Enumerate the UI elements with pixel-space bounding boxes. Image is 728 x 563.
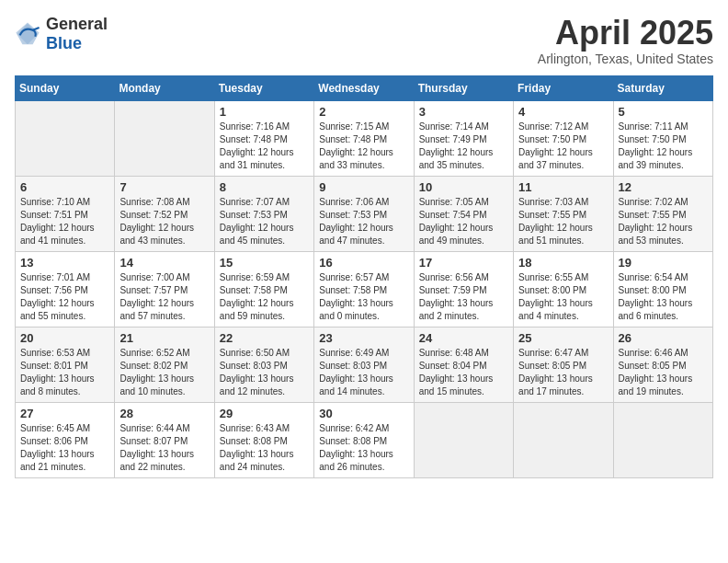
day-number: 2 [319, 105, 408, 119]
day-cell-2-5: 18 Sunrise: 6:55 AMSunset: 8:00 PMDaylig… [514, 251, 613, 327]
day-cell-3-6: 26 Sunrise: 6:46 AMSunset: 8:05 PMDaylig… [613, 327, 712, 402]
logo-icon [15, 21, 40, 47]
day-detail: Sunrise: 6:50 AMSunset: 8:03 PMDaylight:… [220, 348, 294, 396]
day-number: 3 [419, 105, 508, 119]
day-detail: Sunrise: 6:57 AMSunset: 7:58 PMDaylight:… [319, 272, 393, 321]
day-cell-4-4 [414, 402, 513, 477]
title-area: April 2025 Arlington, Texas, United Stat… [538, 15, 713, 66]
header-thursday: Thursday [414, 75, 513, 100]
day-cell-3-4: 24 Sunrise: 6:48 AMSunset: 8:04 PMDaylig… [414, 327, 513, 402]
day-detail: Sunrise: 7:01 AMSunset: 7:56 PMDaylight:… [20, 272, 95, 321]
day-detail: Sunrise: 6:48 AMSunset: 8:04 PMDaylight:… [419, 348, 494, 396]
day-detail: Sunrise: 7:08 AMSunset: 7:52 PMDaylight:… [119, 197, 194, 246]
day-number: 6 [20, 180, 109, 194]
day-detail: Sunrise: 6:45 AMSunset: 8:06 PMDaylight:… [20, 423, 95, 472]
logo-general: General [46, 15, 108, 33]
day-cell-2-6: 19 Sunrise: 6:54 AMSunset: 8:00 PMDaylig… [613, 251, 712, 327]
day-detail: Sunrise: 6:53 AMSunset: 8:01 PMDaylight:… [20, 348, 95, 396]
day-number: 13 [20, 256, 109, 270]
day-detail: Sunrise: 7:12 AMSunset: 7:50 PMDaylight:… [518, 121, 593, 170]
day-number: 16 [319, 256, 408, 270]
day-cell-0-2: 1 Sunrise: 7:16 AMSunset: 7:48 PMDayligh… [214, 100, 313, 176]
day-number: 24 [419, 331, 508, 345]
day-cell-3-5: 25 Sunrise: 6:47 AMSunset: 8:05 PMDaylig… [514, 327, 613, 402]
day-cell-3-0: 20 Sunrise: 6:53 AMSunset: 8:01 PMDaylig… [16, 327, 115, 402]
day-number: 11 [518, 180, 608, 194]
day-detail: Sunrise: 7:14 AMSunset: 7:49 PMDaylight:… [419, 121, 494, 170]
day-cell-1-3: 9 Sunrise: 7:06 AMSunset: 7:53 PMDayligh… [314, 176, 414, 251]
day-cell-3-1: 21 Sunrise: 6:52 AMSunset: 8:02 PMDaylig… [115, 327, 214, 402]
day-detail: Sunrise: 6:55 AMSunset: 8:00 PMDaylight:… [518, 272, 593, 321]
day-number: 25 [518, 331, 608, 345]
day-cell-0-4: 3 Sunrise: 7:14 AMSunset: 7:49 PMDayligh… [414, 100, 513, 176]
day-cell-3-3: 23 Sunrise: 6:49 AMSunset: 8:03 PMDaylig… [314, 327, 414, 402]
week-row-3: 13 Sunrise: 7:01 AMSunset: 7:56 PMDaylig… [16, 251, 713, 327]
day-detail: Sunrise: 7:06 AMSunset: 7:53 PMDaylight:… [319, 197, 393, 246]
day-detail: Sunrise: 6:47 AMSunset: 8:05 PMDaylight:… [518, 348, 593, 396]
day-cell-1-1: 7 Sunrise: 7:08 AMSunset: 7:52 PMDayligh… [115, 176, 214, 251]
day-number: 15 [220, 256, 309, 270]
day-cell-4-0: 27 Sunrise: 6:45 AMSunset: 8:06 PMDaylig… [16, 402, 115, 477]
day-detail: Sunrise: 6:42 AMSunset: 8:08 PMDaylight:… [319, 423, 393, 472]
day-cell-4-3: 30 Sunrise: 6:42 AMSunset: 8:08 PMDaylig… [314, 402, 414, 477]
day-cell-2-0: 13 Sunrise: 7:01 AMSunset: 7:56 PMDaylig… [16, 251, 115, 327]
day-detail: Sunrise: 7:07 AMSunset: 7:53 PMDaylight:… [220, 197, 294, 246]
day-number: 30 [319, 407, 408, 420]
day-detail: Sunrise: 6:46 AMSunset: 8:05 PMDaylight:… [619, 348, 693, 396]
header-friday: Friday [514, 75, 613, 100]
day-number: 12 [619, 180, 708, 194]
day-number: 20 [20, 331, 109, 345]
day-cell-0-6: 5 Sunrise: 7:11 AMSunset: 7:50 PMDayligh… [613, 100, 712, 176]
week-row-5: 27 Sunrise: 6:45 AMSunset: 8:06 PMDaylig… [16, 402, 713, 477]
day-cell-3-2: 22 Sunrise: 6:50 AMSunset: 8:03 PMDaylig… [214, 327, 313, 402]
day-detail: Sunrise: 7:05 AMSunset: 7:54 PMDaylight:… [419, 197, 494, 246]
day-number: 4 [518, 105, 608, 119]
day-number: 17 [419, 256, 508, 270]
day-number: 23 [319, 331, 408, 345]
weekday-header-row: Sunday Monday Tuesday Wednesday Thursday… [16, 75, 713, 100]
day-cell-1-2: 8 Sunrise: 7:07 AMSunset: 7:53 PMDayligh… [214, 176, 313, 251]
day-detail: Sunrise: 6:56 AMSunset: 7:59 PMDaylight:… [419, 272, 494, 321]
day-cell-4-1: 28 Sunrise: 6:44 AMSunset: 8:07 PMDaylig… [115, 402, 214, 477]
week-row-2: 6 Sunrise: 7:10 AMSunset: 7:51 PMDayligh… [16, 176, 713, 251]
day-cell-4-5 [514, 402, 613, 477]
header-tuesday: Tuesday [214, 75, 313, 100]
day-cell-2-3: 16 Sunrise: 6:57 AMSunset: 7:58 PMDaylig… [314, 251, 414, 327]
day-detail: Sunrise: 6:52 AMSunset: 8:02 PMDaylight:… [119, 348, 194, 396]
day-cell-0-5: 4 Sunrise: 7:12 AMSunset: 7:50 PMDayligh… [514, 100, 613, 176]
day-cell-1-6: 12 Sunrise: 7:02 AMSunset: 7:55 PMDaylig… [613, 176, 712, 251]
day-detail: Sunrise: 7:00 AMSunset: 7:57 PMDaylight:… [119, 272, 194, 321]
day-cell-2-2: 15 Sunrise: 6:59 AMSunset: 7:58 PMDaylig… [214, 251, 313, 327]
day-detail: Sunrise: 6:43 AMSunset: 8:08 PMDaylight:… [220, 423, 294, 472]
day-number: 29 [220, 407, 309, 420]
day-cell-0-0 [16, 100, 115, 176]
week-row-1: 1 Sunrise: 7:16 AMSunset: 7:48 PMDayligh… [16, 100, 713, 176]
header-sunday: Sunday [16, 75, 115, 100]
day-number: 8 [220, 180, 309, 194]
day-detail: Sunrise: 6:49 AMSunset: 8:03 PMDaylight:… [319, 348, 393, 396]
logo-blue: Blue [46, 34, 82, 52]
day-number: 1 [220, 105, 309, 119]
logo-text: General Blue [46, 15, 108, 53]
day-number: 18 [518, 256, 608, 270]
day-cell-0-3: 2 Sunrise: 7:15 AMSunset: 7:48 PMDayligh… [314, 100, 414, 176]
calendar-subtitle: Arlington, Texas, United States [538, 52, 713, 66]
header-wednesday: Wednesday [314, 75, 414, 100]
day-number: 5 [619, 105, 708, 119]
day-detail: Sunrise: 7:11 AMSunset: 7:50 PMDaylight:… [619, 121, 693, 170]
day-cell-4-6 [613, 402, 712, 477]
header-saturday: Saturday [613, 75, 712, 100]
day-detail: Sunrise: 6:54 AMSunset: 8:00 PMDaylight:… [619, 272, 693, 321]
day-cell-0-1 [115, 100, 214, 176]
day-number: 26 [619, 331, 708, 345]
day-detail: Sunrise: 6:59 AMSunset: 7:58 PMDaylight:… [220, 272, 294, 321]
day-number: 19 [619, 256, 708, 270]
day-detail: Sunrise: 7:15 AMSunset: 7:48 PMDaylight:… [319, 121, 393, 170]
calendar-table: Sunday Monday Tuesday Wednesday Thursday… [15, 75, 713, 478]
day-number: 22 [220, 331, 309, 345]
header-monday: Monday [115, 75, 214, 100]
calendar-title: April 2025 [538, 15, 713, 52]
day-number: 7 [119, 180, 209, 194]
day-detail: Sunrise: 6:44 AMSunset: 8:07 PMDaylight:… [119, 423, 194, 472]
day-detail: Sunrise: 7:16 AMSunset: 7:48 PMDaylight:… [220, 121, 294, 170]
